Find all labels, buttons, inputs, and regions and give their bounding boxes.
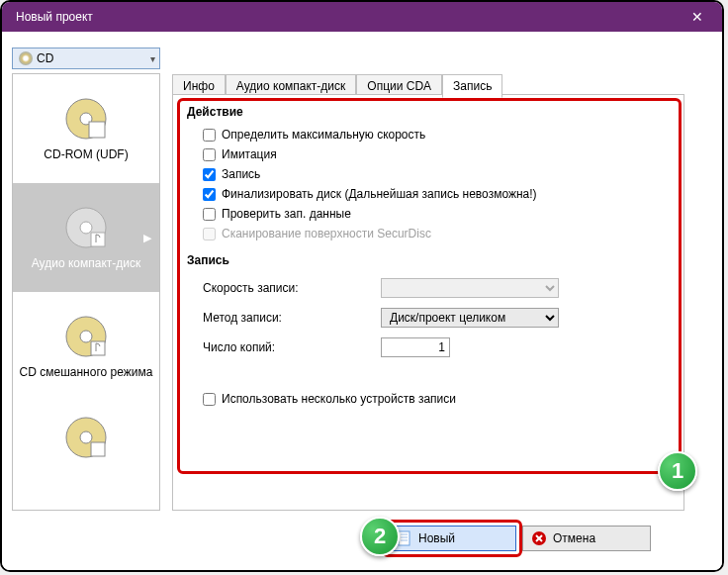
select-write-speed[interactable] [381, 278, 559, 298]
svg-rect-12 [399, 531, 410, 545]
action-group-title: Действие [173, 95, 683, 125]
close-icon[interactable]: ✕ [682, 9, 712, 25]
cancel-button[interactable]: Отмена [522, 526, 651, 551]
project-item-cdrom-udf[interactable]: CD-ROM (UDF) [13, 74, 159, 183]
titlebar: Новый проект ✕ [2, 2, 722, 32]
new-button[interactable]: Новый [388, 526, 516, 551]
tab-write-body: Действие Определить максимальную скорост… [172, 94, 684, 511]
label-multi-device: Использовать несколько устройств записи [222, 392, 456, 406]
label-write: Запись [222, 167, 260, 181]
input-copies[interactable] [381, 337, 450, 357]
disc-type-label: CD [37, 51, 150, 65]
annotation-badge-2: 2 [360, 517, 400, 556]
project-item-mixed-cd[interactable]: CD смешанного режима [13, 292, 159, 401]
tab-write[interactable]: Запись [442, 74, 502, 98]
write-group-title: Запись [173, 243, 683, 273]
svg-point-4 [80, 222, 92, 234]
svg-point-10 [80, 431, 92, 443]
audio-cd-icon [63, 205, 109, 250]
label-finalize: Финализировать диск (Дальнейшая запись н… [222, 187, 537, 201]
annotation-badge-1: 1 [658, 451, 697, 491]
new-button-label: Новый [418, 531, 455, 545]
svg-rect-2 [89, 122, 105, 138]
label-method: Метод записи: [203, 311, 381, 325]
chevron-down-icon: ▾ [150, 53, 155, 64]
label-simulation: Имитация [222, 147, 277, 161]
checkbox-finalize[interactable] [203, 188, 216, 201]
cancel-button-label: Отмена [553, 531, 595, 545]
checkbox-detect-max-speed[interactable] [203, 129, 216, 142]
project-type-list[interactable]: CD-ROM (UDF) Аудио компакт-диск ▶ [12, 73, 160, 511]
svg-rect-11 [91, 442, 105, 456]
project-item-extra[interactable] [13, 401, 159, 480]
checkbox-verify[interactable] [203, 208, 216, 221]
label-copies: Число копий: [203, 340, 381, 354]
label-surface-scan: Сканирование поверхности SecurDisc [222, 227, 431, 240]
project-item-label: CD смешанного режима [20, 365, 153, 379]
label-speed: Скорость записи: [203, 281, 381, 295]
project-item-label: CD-ROM (UDF) [44, 147, 128, 161]
svg-point-7 [80, 331, 92, 342]
label-detect-max-speed: Определить максимальную скорость [222, 128, 425, 142]
project-item-audio-cd[interactable]: Аудио компакт-диск ▶ [13, 183, 159, 292]
label-verify: Проверить зап. данные [222, 207, 351, 221]
window-title: Новый проект [16, 10, 93, 24]
mixed-cd-icon [63, 314, 109, 359]
checkbox-multi-device[interactable] [203, 393, 216, 406]
checkbox-simulation[interactable] [203, 148, 216, 161]
checkbox-write[interactable] [203, 168, 216, 181]
select-write-method[interactable]: Диск/проект целиком [381, 308, 559, 328]
play-arrow-icon: ▶ [143, 232, 151, 244]
project-item-label: Аудио компакт-диск [32, 256, 141, 270]
disc-icon [19, 51, 33, 65]
cancel-icon [531, 530, 547, 546]
disc-icon [63, 415, 109, 460]
checkbox-surface-scan [203, 228, 216, 240]
cdrom-icon [63, 96, 109, 142]
disc-type-dropdown[interactable]: CD ▾ [12, 48, 160, 69]
